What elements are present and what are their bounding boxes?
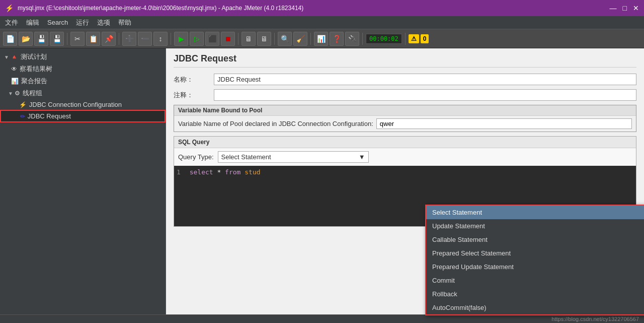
save-button[interactable]: 💾	[34, 32, 48, 46]
maximize-button[interactable]: □	[623, 4, 627, 12]
panel-title: JDBC Request	[174, 53, 636, 68]
window-title: mysql.jmx (E:\ceshitools\jmeter\apache-j…	[18, 5, 303, 12]
main-layout: ▼ 🔺 测试计划 👁 察看结果树 📊 聚合报告 ▼ ⚙ 线程组 ⚡ JDBC C…	[0, 48, 644, 323]
title-bar: ⚡ mysql.jmx (E:\ceshitools\jmeter\apache…	[0, 0, 644, 16]
sidebar: ▼ 🔺 测试计划 👁 察看结果树 📊 聚合报告 ▼ ⚙ 线程组 ⚡ JDBC C…	[0, 48, 166, 323]
toolbar: 📄 📂 💾 💾 ✂ 📋 📌 ➕ ➖ ↕ ▶ ▷ ⬛ ⏹ 🖥 🖥 🔍 🧹 📊 ❓ …	[0, 29, 644, 48]
comment-label: 注释：	[174, 91, 214, 100]
sidebar-item-aggregate[interactable]: 📊 聚合报告	[0, 75, 166, 87]
content-panel: JDBC Request 名称： 注释： Variable Name Bound…	[166, 48, 644, 323]
aggregate-label: 聚合报告	[21, 77, 47, 86]
pool-label: Variable Name of Pool declared in JDBC C…	[178, 120, 373, 127]
paste-button[interactable]: 📌	[102, 32, 116, 46]
view-results-icon: 👁	[11, 66, 17, 73]
test-plan-icon: 🔺	[11, 53, 18, 60]
dropdown-item-update-statement[interactable]: Update Statement	[426, 219, 644, 233]
comment-row: 注释：	[174, 89, 636, 101]
sep-1	[67, 33, 67, 45]
query-type-select[interactable]: Select Statement ▼	[218, 151, 369, 163]
jdbc-config-label: JDBC Connection Configuration	[29, 101, 122, 108]
close-button[interactable]: ✕	[633, 4, 639, 12]
view-results-label: 察看结果树	[20, 64, 52, 74]
dropdown-item-callable-statement[interactable]: Callable Statement	[426, 233, 644, 246]
menu-edit[interactable]: 编辑	[26, 18, 39, 27]
clear-button[interactable]: 🧹	[293, 32, 307, 46]
stop-button[interactable]: ⬛	[205, 32, 219, 46]
toggle-button[interactable]: ↕	[153, 32, 168, 46]
sql-code: select * from stud	[190, 168, 261, 176]
sidebar-item-thread-group[interactable]: ▼ ⚙ 线程组	[0, 87, 166, 99]
comment-input[interactable]	[214, 89, 636, 101]
app-icon: ⚡	[5, 4, 14, 12]
sep-2	[119, 33, 119, 45]
dropdown-item-rollback[interactable]: Rollback	[426, 287, 644, 301]
menu-bar: 文件 编辑 Search 运行 选项 帮助	[0, 16, 644, 29]
name-input[interactable]	[214, 74, 636, 85]
stop-all-button[interactable]: ⏹	[221, 32, 235, 46]
expand-icon-test-plan: ▼	[4, 54, 9, 60]
query-type-dropdown: Select Statement Update Statement Callab…	[425, 205, 644, 315]
save-as-button[interactable]: 💾	[50, 32, 64, 46]
query-type-label: Query Type:	[178, 153, 214, 161]
sep-5	[274, 33, 275, 45]
expand-icon-tg: ▼	[8, 91, 13, 96]
status-bar: https://blog.csdn.net/cy1322706567	[0, 314, 644, 323]
remove-button[interactable]: ➖	[138, 32, 152, 46]
menu-search[interactable]: Search	[47, 19, 68, 26]
menu-file[interactable]: 文件	[5, 18, 18, 27]
vn-section-title: Variable Name Bound to Pool	[174, 105, 636, 116]
pool-name-row: Variable Name of Pool declared in JDBC C…	[174, 116, 636, 132]
add-button[interactable]: ➕	[122, 32, 136, 46]
dropdown-item-select-statement[interactable]: Select Statement	[426, 206, 644, 219]
open-button[interactable]: 📂	[19, 32, 33, 46]
sep-6	[310, 33, 311, 45]
expand-icon-view	[8, 67, 10, 72]
dropdown-item-autocommit-false[interactable]: AutoCommit(false)	[426, 301, 644, 314]
jdbc-request-label: JDBC Request	[28, 112, 71, 120]
menu-run[interactable]: 运行	[76, 18, 89, 27]
expand-icon-jdbc-config	[16, 102, 18, 107]
remote-button[interactable]: 🖥	[242, 32, 256, 46]
cut-button[interactable]: ✂	[70, 32, 85, 46]
menu-help[interactable]: 帮助	[118, 18, 131, 27]
sidebar-item-test-plan[interactable]: ▼ 🔺 测试计划	[0, 51, 166, 63]
sidebar-item-jdbc-request[interactable]: ✏ JDBC Request	[0, 110, 166, 122]
sql-section-title: SQL Query	[174, 137, 636, 148]
sep-7	[362, 33, 363, 45]
dropdown-arrow-icon: ▼	[359, 153, 365, 161]
query-type-value: Select Statement	[221, 153, 271, 161]
menu-options[interactable]: 选项	[97, 18, 110, 27]
name-row: 名称：	[174, 74, 636, 85]
dropdown-item-prepared-update[interactable]: Prepared Update Statement	[426, 260, 644, 274]
warning-count: 0	[421, 34, 429, 43]
jdbc-config-icon: ⚡	[19, 101, 27, 108]
sidebar-item-jdbc-config[interactable]: ⚡ JDBC Connection Configuration	[0, 99, 166, 110]
sep-3	[171, 33, 171, 45]
play-no-pause-button[interactable]: ▷	[190, 32, 204, 46]
expand-icon-jdbc-req	[17, 113, 19, 119]
sidebar-item-view-results[interactable]: 👁 察看结果树	[0, 63, 166, 75]
copy-button[interactable]: 📋	[86, 32, 100, 46]
name-label: 名称：	[174, 75, 214, 84]
timer-display: 00:00:02	[366, 34, 402, 44]
jdbc-request-icon: ✏	[20, 113, 25, 120]
status-url: https://blog.csdn.net/cy1322706567	[551, 316, 639, 322]
help-toolbar-button[interactable]: ❓	[330, 32, 344, 46]
variable-name-section: Variable Name Bound to Pool Variable Nam…	[174, 105, 636, 132]
new-button[interactable]: 📄	[3, 32, 17, 46]
pool-input[interactable]	[376, 118, 632, 129]
dropdown-item-commit[interactable]: Commit	[426, 274, 644, 287]
search-toolbar-button[interactable]: 🔍	[278, 32, 292, 46]
play-button[interactable]: ▶	[174, 32, 188, 46]
line-numbers: 1	[177, 168, 186, 176]
warning-badge: ⚠	[409, 34, 419, 43]
dropdown-item-prepared-select[interactable]: Prepared Select Statement	[426, 246, 644, 260]
thread-group-label: 线程组	[23, 89, 42, 98]
plugins-button[interactable]: 🔌	[345, 32, 359, 46]
function-helper-button[interactable]: 📊	[314, 32, 328, 46]
remote2-button[interactable]: 🖥	[257, 32, 271, 46]
query-type-row: Query Type: Select Statement ▼	[174, 148, 636, 166]
minimize-button[interactable]: —	[610, 4, 617, 12]
aggregate-icon: 📊	[11, 78, 19, 85]
sep-4	[238, 33, 238, 45]
